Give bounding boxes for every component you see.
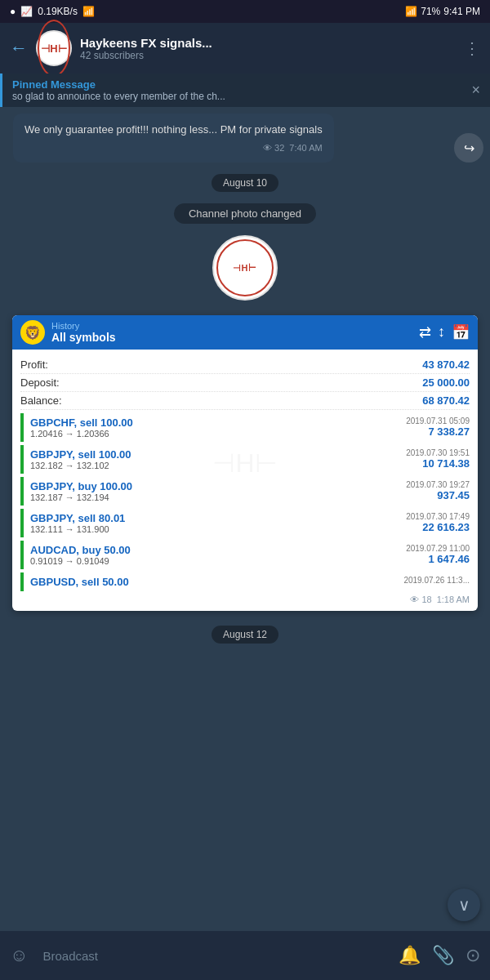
forward-button[interactable]: ↪	[454, 133, 483, 163]
channel-name: Haykeens FX signals...	[80, 36, 456, 50]
avatar-letter: ⊣H⊢	[41, 42, 66, 55]
trade-pair-3: GBPJPY, sell 80.01	[30, 512, 125, 524]
message-meta-1: 👁 32 7:40 AM	[24, 141, 323, 155]
profit-label: Profit:	[20, 359, 48, 371]
bottom-icons-right: 🔔 📎 ⊙	[399, 945, 480, 966]
trade-date-3: 2019.07.30 17:49	[406, 512, 470, 521]
trade-pair-4: AUDCAD, buy 50.00	[30, 544, 131, 556]
trading-header-icons: ⇄ ↕ 📅	[419, 323, 470, 341]
balance-row: Balance: 68 870.42	[20, 392, 470, 410]
trading-card-header: 🦁 History All symbols ⇄ ↕ 📅	[12, 315, 478, 350]
channel-avatar: ⊣H⊢	[36, 30, 72, 66]
trade-date-4: 2019.07.29 11:00	[406, 544, 470, 553]
trading-subtitle: All symbols	[51, 331, 412, 344]
deposit-label: Deposit:	[20, 376, 60, 389]
trade-item-4: AUDCAD, buy 50.00 0.91019 → 0.91049 2019…	[20, 541, 470, 569]
channel-info: Haykeens FX signals... 42 subscribers	[80, 36, 456, 61]
battery-level: 71%	[421, 6, 440, 17]
trade-date-1: 2019.07.30 19:51	[406, 448, 470, 457]
activity-icon: 📈	[20, 6, 33, 17]
channel-logo-large: ⊣H⊢	[212, 235, 278, 301]
trading-body: Profit: 43 870.42 Deposit: 25 000.00 Bal…	[12, 350, 478, 611]
trade-profit-3: 22 616.23	[406, 521, 470, 533]
trade-pair-2: GBPJPY, buy 100.00	[30, 480, 132, 492]
card-views: 👁 18	[410, 595, 431, 604]
trade-item-0: GBPCHF, sell 100.00 1.20416 → 1.20366 20…	[20, 413, 470, 442]
trade-price-0: 1.20416 → 1.20366	[30, 429, 133, 439]
scroll-down-button[interactable]: ∨	[448, 889, 480, 921]
trade-date-5: 2019.07.26 11:3...	[403, 576, 470, 585]
channel-logo-inner: ⊣H⊢	[216, 239, 274, 296]
trade-date-2: 2019.07.30 19:27	[406, 480, 470, 489]
trade-item-3: GBPJPY, sell 80.01 132.111 → 131.900 201…	[20, 509, 470, 537]
system-message: Channel photo changed	[174, 203, 316, 224]
deposit-value: 25 000.00	[422, 376, 470, 389]
avatar-inner: ⊣H⊢	[38, 20, 70, 77]
pinned-content: Pinned Message so glad to announce to ev…	[12, 78, 465, 102]
whatsapp-icon: ●	[10, 6, 16, 17]
pinned-preview: so glad to announce to every member of t…	[12, 91, 388, 102]
signal-icon: 📶	[405, 6, 417, 17]
subscriber-count: 42 subscribers	[80, 50, 456, 61]
wifi-icon: 📶	[82, 6, 95, 17]
speed-indicator: 0.19KB/s	[38, 6, 78, 17]
trade-pair-1: GBPJPY, sell 100.00	[30, 448, 131, 461]
trade-pair-5: GBPUSD, sell 50.00	[30, 576, 129, 588]
trading-header-icon: 🦁	[20, 320, 45, 345]
trade-profit-1: 10 714.38	[406, 457, 470, 470]
chat-scroll: We only guarantee profit!!! nothing less…	[0, 107, 490, 931]
calendar-icon[interactable]: 📅	[452, 323, 470, 341]
balance-label: Balance:	[20, 394, 62, 407]
emoji-button[interactable]: ☺	[10, 945, 28, 966]
trade-profit-2: 937.45	[406, 489, 470, 501]
message-text-1: We only guarantee profit!!! nothing less…	[24, 122, 323, 138]
pinned-close-button[interactable]: ×	[471, 82, 480, 99]
chat-header: ← ⊣H⊢ Haykeens FX signals... 42 subscrib…	[0, 23, 490, 74]
message-views-1: 👁 32	[263, 141, 284, 155]
trade-pair-0: GBPCHF, sell 100.00	[30, 416, 133, 429]
bell-button[interactable]: 🔔	[399, 945, 421, 966]
message-row-1: We only guarantee profit!!! nothing less…	[0, 114, 490, 163]
trade-profit-4: 1 647.46	[406, 553, 470, 565]
trade-price-2: 132.187 → 132.194	[30, 492, 132, 502]
profit-value: 43 870.42	[422, 359, 470, 371]
message-bubble-1: We only guarantee profit!!! nothing less…	[13, 114, 334, 163]
filter-icon[interactable]: ↕	[438, 323, 445, 341]
trading-card: 🦁 History All symbols ⇄ ↕ 📅 Profit: 43 8…	[12, 315, 478, 611]
trade-price-1: 132.182 → 132.102	[30, 461, 131, 470]
trade-price-4: 0.91019 → 0.91049	[30, 556, 131, 566]
status-bar: ● 📈 0.19KB/s 📶 📶 71% 9:41 PM	[0, 0, 490, 23]
trade-date-0: 2019.07.31 05:09	[406, 416, 470, 425]
bottom-bar: ☺ 🔔 📎 ⊙	[0, 931, 490, 980]
trade-item-1: GBPJPY, sell 100.00 132.182 → 132.102 20…	[20, 445, 470, 474]
status-left: ● 📈 0.19KB/s 📶	[10, 6, 95, 17]
profit-row: Profit: 43 870.42	[20, 356, 470, 374]
card-time: 1:18 AM	[437, 595, 470, 604]
more-options-button[interactable]: ⋮	[464, 38, 480, 58]
eye-icon-card: 👁	[410, 595, 419, 604]
trading-header-text: History All symbols	[51, 321, 412, 344]
pinned-message-bar[interactable]: Pinned Message so glad to announce to ev…	[0, 74, 490, 107]
lion-icon: 🦁	[24, 325, 41, 341]
trade-profit-0: 7 338.27	[406, 425, 470, 438]
eye-icon: 👁	[263, 141, 272, 155]
pinned-title: Pinned Message	[12, 78, 465, 91]
attach-button[interactable]: 📎	[432, 945, 454, 966]
message-time-1: 7:40 AM	[289, 141, 322, 155]
sort-icon[interactable]: ⇄	[419, 323, 431, 341]
back-button[interactable]: ←	[10, 38, 28, 59]
date-badge-1: August 10	[212, 174, 278, 192]
camera-button[interactable]: ⊙	[466, 945, 480, 966]
trade-price-3: 132.111 → 131.900	[30, 524, 125, 534]
trading-title: History	[51, 321, 412, 331]
time-display: 9:41 PM	[443, 6, 480, 17]
balance-value: 68 870.42	[422, 394, 470, 407]
date-badge-2: August 12	[212, 626, 278, 644]
chat-area: Pinned Message so glad to announce to ev…	[0, 74, 490, 931]
logo-symbol: ⊣H⊢	[233, 263, 258, 274]
trade-item-2: GBPJPY, buy 100.00 132.187 → 132.194 201…	[20, 477, 470, 506]
deposit-row: Deposit: 25 000.00	[20, 374, 470, 392]
trade-item-5: GBPUSD, sell 50.00 2019.07.26 11:3...	[20, 572, 470, 591]
status-right: 📶 71% 9:41 PM	[405, 6, 480, 17]
message-input[interactable]	[36, 941, 390, 970]
